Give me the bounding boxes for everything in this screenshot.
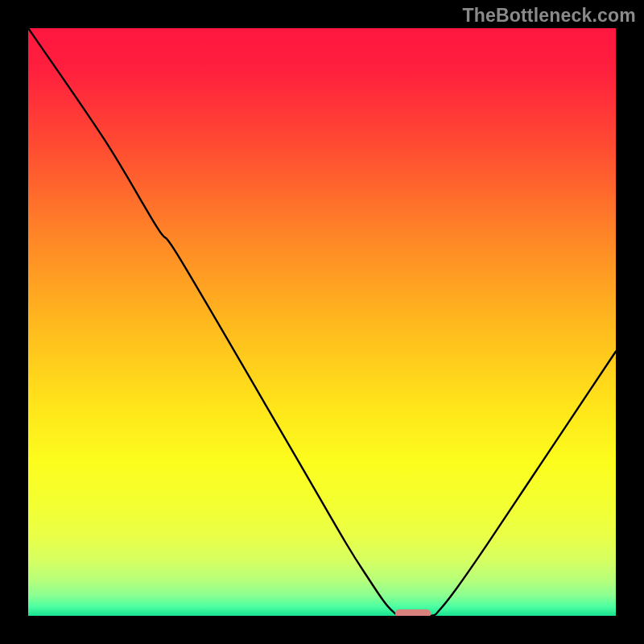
plot-area bbox=[28, 28, 616, 616]
chart-frame: TheBottleneck.com bbox=[0, 0, 644, 644]
svg-rect-0 bbox=[28, 28, 616, 616]
optimal-range-marker bbox=[395, 609, 431, 616]
watermark-text: TheBottleneck.com bbox=[462, 5, 636, 27]
background-gradient bbox=[28, 28, 616, 616]
